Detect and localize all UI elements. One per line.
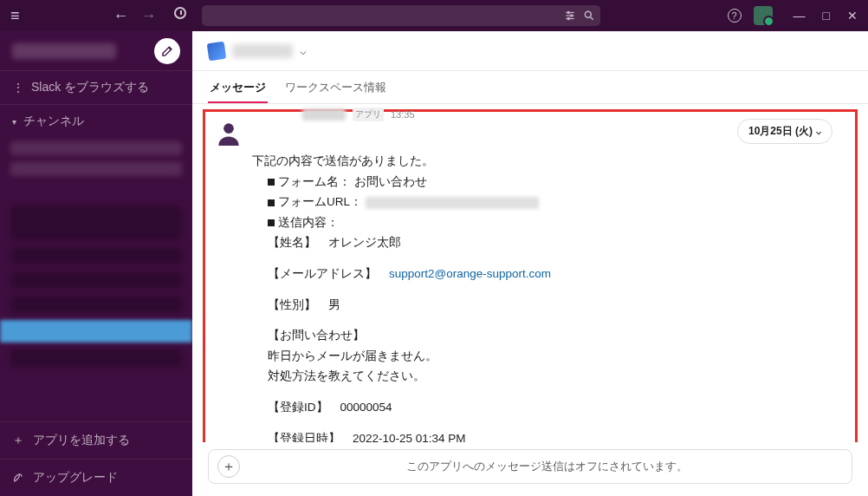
- search-bar[interactable]: [202, 5, 600, 26]
- channel-item[interactable]: [10, 271, 182, 289]
- compose-button[interactable]: [154, 38, 180, 64]
- email-row: 【メールアドレス】 support2@orange-support.com: [268, 264, 846, 284]
- channel-item[interactable]: [10, 247, 182, 264]
- upgrade[interactable]: アップグレード: [0, 459, 192, 496]
- chevron-down-icon: ⌵: [816, 127, 821, 136]
- svg-line-7: [590, 17, 593, 20]
- main: ⌵ メッセージ ワークスペース情報 10月25日 (火) ⌵: [192, 31, 868, 496]
- plus-icon: ＋: [12, 433, 24, 448]
- inquiry-line1: 昨日からメールが届きません。: [268, 347, 846, 366]
- workspace-name: [12, 43, 116, 59]
- composer: ＋ このアプリへのメッセージ送信はオフにされています。: [208, 449, 852, 484]
- person-icon: [217, 121, 241, 146]
- compose-icon: [161, 44, 174, 57]
- chevron-down-icon: ▾: [12, 117, 16, 127]
- regid-row: 【登録ID】 00000054: [268, 398, 846, 417]
- back-icon[interactable]: ←: [113, 7, 129, 25]
- titlebar: ≡ ← → ? — □ ✕: [0, 0, 868, 31]
- sidebar: ⋮ Slack をブラウズする ▾ チャンネル ＋ アプリを追加する アップグレ…: [0, 31, 192, 496]
- channel-header: ⌵: [192, 31, 868, 71]
- name-row: 【姓名】 オレンジ太郎: [268, 233, 846, 252]
- nav-arrows: ← →: [113, 7, 186, 25]
- channel-name: [232, 44, 293, 58]
- channel-item[interactable]: [10, 162, 182, 176]
- rocket-icon: [12, 472, 24, 484]
- tab-workspace-info[interactable]: ワークスペース情報: [283, 73, 388, 103]
- inquiry-line2: 対処方法を教えてください。: [268, 367, 846, 386]
- app-tag: アプリ: [353, 108, 384, 121]
- intro-text: 下記の内容で送信がありました。: [252, 152, 846, 171]
- sender-name: [302, 108, 346, 121]
- message-area: 10月25日 (火) ⌵ アプリ 13:35: [192, 104, 868, 442]
- channels-section[interactable]: ▾ チャンネル: [0, 105, 192, 138]
- help-icon[interactable]: ?: [728, 9, 742, 23]
- forward-icon[interactable]: →: [141, 7, 157, 25]
- close-button[interactable]: ✕: [847, 9, 858, 23]
- user-avatar[interactable]: [754, 6, 773, 25]
- browse-slack[interactable]: ⋮ Slack をブラウズする: [0, 71, 192, 105]
- svg-point-6: [585, 11, 591, 17]
- tabs: メッセージ ワークスペース情報: [192, 71, 868, 104]
- history-icon[interactable]: [174, 7, 186, 19]
- channel-item[interactable]: [10, 206, 182, 240]
- titlebar-right: ? — □ ✕: [728, 6, 858, 25]
- workspace-header[interactable]: [0, 31, 192, 71]
- hamburger-icon[interactable]: ≡: [10, 7, 20, 25]
- form-name-row: フォーム名： お問い合わせ: [268, 173, 846, 192]
- channels-label: チャンネル: [23, 114, 84, 129]
- window-controls: — □ ✕: [794, 9, 858, 23]
- channel-item-selected[interactable]: [0, 320, 192, 343]
- composer-notice: このアプリへのメッセージ送信はオフにされています。: [250, 459, 843, 474]
- search-icon[interactable]: [583, 10, 595, 22]
- minimize-button[interactable]: —: [794, 9, 806, 23]
- highlight-box: 10月25日 (火) ⌵ アプリ 13:35: [203, 109, 858, 442]
- gender-row: 【性別】 男: [268, 296, 846, 315]
- upgrade-label: アップグレード: [33, 470, 118, 486]
- date-divider[interactable]: 10月25日 (火) ⌵: [737, 119, 832, 144]
- date-label: 10月25日 (火): [748, 124, 813, 139]
- channel-item[interactable]: [10, 296, 182, 313]
- inquiry-label: 【お問い合わせ】: [268, 326, 846, 345]
- regdate-row: 【登録日時】 2022-10-25 01:34 PM: [268, 429, 846, 442]
- titlebar-left: ≡: [10, 7, 20, 25]
- add-app[interactable]: ＋ アプリを追加する: [0, 421, 192, 459]
- channel-icon: [207, 41, 227, 61]
- message-body: 下記の内容で送信がありました。 フォーム名： お問い合わせ フォームURL： 送…: [252, 152, 846, 442]
- channel-item[interactable]: [10, 141, 182, 155]
- attach-button[interactable]: ＋: [217, 455, 240, 478]
- filter-icon[interactable]: [564, 10, 576, 22]
- sender-avatar[interactable]: [214, 119, 243, 148]
- chevron-down-icon[interactable]: ⌵: [300, 44, 307, 57]
- message-time: 13:35: [391, 109, 415, 120]
- submit-content-row: 送信内容：: [268, 213, 846, 232]
- maximize-button[interactable]: □: [823, 9, 830, 23]
- email-link[interactable]: support2@orange-support.com: [389, 267, 551, 280]
- browse-slack-label: Slack をブラウズする: [31, 80, 149, 95]
- more-icon: ⋮: [12, 81, 24, 95]
- redacted-url: [366, 197, 539, 209]
- svg-point-8: [223, 123, 234, 134]
- tab-messages[interactable]: メッセージ: [208, 73, 268, 103]
- form-url-row: フォームURL：: [268, 193, 846, 212]
- channel-item[interactable]: [10, 349, 182, 367]
- add-app-label: アプリを追加する: [33, 433, 130, 448]
